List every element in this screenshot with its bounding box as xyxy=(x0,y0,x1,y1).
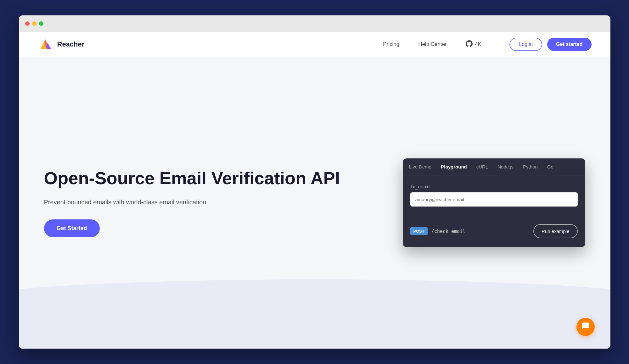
traffic-lights xyxy=(25,21,43,26)
hero-left: Open-Source Email Verification API Preve… xyxy=(44,168,403,237)
hero-title: Open-Source Email Verification API xyxy=(44,168,384,188)
nav-buttons: Log in Get started xyxy=(509,38,591,51)
method-badge: POST xyxy=(410,227,428,235)
close-button[interactable] xyxy=(25,21,30,26)
tab-python[interactable]: Python xyxy=(523,163,538,171)
email-input[interactable] xyxy=(410,192,578,207)
tab-playground[interactable]: Playground xyxy=(441,163,467,171)
field-label: to_email xyxy=(410,184,578,189)
hero-bg-curve xyxy=(19,279,610,349)
nav-pricing[interactable]: Pricing xyxy=(383,41,399,47)
github-icon xyxy=(466,40,473,48)
hero-section: Open-Source Email Verification API Preve… xyxy=(19,57,610,349)
nav-help-center[interactable]: Help Center xyxy=(418,41,447,47)
chat-icon xyxy=(581,322,590,332)
navbar: Reacher Pricing Help Center 4K Log in Ge… xyxy=(19,32,610,57)
logo-area: Reacher xyxy=(38,37,85,52)
endpoint-path: /check_email xyxy=(431,229,465,234)
login-button[interactable]: Log in xyxy=(509,38,542,51)
endpoint: POST /check_email xyxy=(410,227,466,235)
brand-name: Reacher xyxy=(57,40,85,48)
run-example-button[interactable]: Run example xyxy=(533,224,577,238)
maximize-button[interactable] xyxy=(39,21,43,26)
tab-live-demo[interactable]: Live Demo xyxy=(409,163,432,171)
browser-chrome xyxy=(19,15,610,32)
nav-links: Pricing Help Center 4K xyxy=(383,40,481,48)
demo-panel: Live Demo Playground cURL Node.js Python… xyxy=(403,158,585,247)
tab-go[interactable]: Go xyxy=(547,163,553,171)
chat-widget[interactable] xyxy=(576,318,595,336)
tab-nodejs[interactable]: Node.js xyxy=(497,163,514,171)
hero-right: Live Demo Playground cURL Node.js Python… xyxy=(403,158,585,247)
page-content: Reacher Pricing Help Center 4K Log in Ge… xyxy=(19,32,610,349)
get-started-nav-button[interactable]: Get started xyxy=(547,38,591,51)
demo-tabs: Live Demo Playground cURL Node.js Python… xyxy=(403,158,585,175)
minimize-button[interactable] xyxy=(32,21,37,26)
browser-window: Reacher Pricing Help Center 4K Log in Ge… xyxy=(19,15,610,349)
demo-body: to_email xyxy=(403,175,585,224)
demo-footer: POST /check_email Run example xyxy=(403,224,585,247)
logo-icon xyxy=(38,37,53,52)
github-count: 4K xyxy=(475,41,481,47)
github-link[interactable]: 4K xyxy=(466,40,481,48)
get-started-hero-button[interactable]: Get Started xyxy=(44,219,100,237)
tab-curl[interactable]: cURL xyxy=(476,163,488,171)
hero-subtitle: Prevent bounced emails with world-class … xyxy=(44,197,384,207)
